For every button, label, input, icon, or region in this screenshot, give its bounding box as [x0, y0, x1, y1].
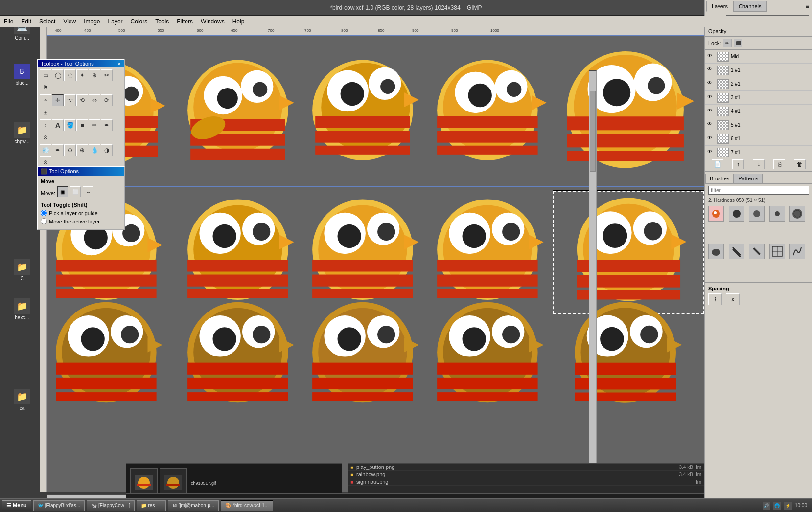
taskbar-item-gimp[interactable]: 🎨 *bird-cow.xcf-1...: [221, 500, 273, 511]
brush-filter-input[interactable]: [708, 186, 809, 195]
tool-ellipse-select[interactable]: ◯: [52, 69, 64, 81]
file-list-item-1[interactable]: ■ play_button.png 3.4 kB Im: [348, 464, 704, 471]
layer-duplicate-button[interactable]: ⎘: [773, 159, 785, 169]
tool-text[interactable]: A: [52, 119, 64, 131]
layer-visibility-7[interactable]: 👁: [707, 149, 715, 156]
file-list-item-2[interactable]: ■ rainbow.png 3.4 kB Im: [348, 471, 704, 478]
tool-clone[interactable]: ⊕: [76, 144, 88, 156]
brush-item-6[interactable]: [708, 244, 724, 259]
menu-filters[interactable]: Filters: [173, 17, 197, 26]
tool-align[interactable]: ⌖: [40, 94, 51, 106]
tray-icon-2[interactable]: 🌐: [773, 502, 781, 510]
menu-colors[interactable]: Colors: [127, 17, 152, 26]
pick-layer-radio-input[interactable]: [41, 210, 47, 216]
canvas-area[interactable]: [47, 35, 704, 492]
layer-raise-button[interactable]: ↑: [732, 159, 744, 169]
layer-visibility-3[interactable]: 👁: [707, 94, 715, 102]
layer-visibility-6[interactable]: 👁: [707, 135, 715, 143]
file-list-item-3[interactable]: ■ signinout.png Im: [348, 478, 704, 486]
scrollbar-vertical-thumb[interactable]: [590, 91, 596, 172]
layer-delete-button[interactable]: 🗑: [794, 159, 806, 169]
layer-item-7[interactable]: 👁 7 #1: [705, 146, 812, 157]
brush-item-7[interactable]: [729, 244, 744, 259]
layer-item-4[interactable]: 👁 4 #1: [705, 105, 812, 118]
layer-visibility-1[interactable]: 👁: [707, 67, 715, 74]
tool-free-select[interactable]: ◌: [64, 69, 76, 81]
menu-image[interactable]: Image: [80, 17, 104, 26]
tool-iscissors[interactable]: ✂: [101, 69, 113, 81]
move-selection-icon[interactable]: ⬜: [70, 186, 81, 197]
tool-smudge[interactable]: 💧: [89, 144, 100, 156]
tool-rect-select[interactable]: ▭: [40, 69, 51, 81]
layer-item-mid[interactable]: 👁 Mid: [705, 50, 812, 64]
brush-item-10[interactable]: [789, 244, 805, 259]
brush-item-8[interactable]: [749, 244, 765, 259]
desktop-icon-hexc[interactable]: 📁 hexc...: [10, 298, 34, 320]
desktop-icon-ca[interactable]: 📁 ca: [10, 389, 34, 411]
menu-select[interactable]: Select: [35, 17, 59, 26]
brush-item-9[interactable]: [769, 244, 785, 259]
menu-help[interactable]: Help: [229, 17, 249, 26]
tool-rotate[interactable]: ⟲: [76, 94, 88, 106]
tool-paintbrush[interactable]: ✒: [101, 119, 113, 131]
brush-item-1[interactable]: [708, 206, 724, 222]
scrollbar-vertical[interactable]: [589, 70, 597, 475]
tray-icon-3[interactable]: ⚡: [784, 502, 792, 510]
menu-layer[interactable]: Layer: [104, 17, 127, 26]
tool-flip[interactable]: ↕: [40, 119, 51, 131]
layer-lower-button[interactable]: ↓: [753, 159, 765, 169]
tool-foreground-select[interactable]: ⚑: [40, 82, 51, 93]
tray-icon-1[interactable]: 🔊: [763, 502, 770, 510]
menu-edit[interactable]: Edit: [17, 17, 35, 26]
menu-file[interactable]: File: [0, 17, 17, 26]
desktop-icon-c[interactable]: 📁 C: [10, 259, 34, 281]
layer-list[interactable]: 👁 Mid 👁 1 #1 👁 2 #1 👁 3 #1 👁 4 #1 👁: [705, 50, 812, 157]
tool-perspective[interactable]: ⊞: [40, 107, 51, 118]
taskbar-item-terminal[interactable]: 🖥 [jmj@mabon-p...: [168, 500, 219, 511]
tool-fuzzy-select[interactable]: ✦: [76, 69, 88, 81]
toolbox-close-button[interactable]: ×: [118, 61, 121, 67]
tool-blend[interactable]: ■: [76, 119, 88, 131]
menu-view[interactable]: View: [59, 17, 80, 26]
tool-heal[interactable]: ⊙: [64, 144, 76, 156]
layer-item-1[interactable]: 👁 1 #1: [705, 64, 812, 77]
layers-menu-icon[interactable]: ≡: [804, 2, 811, 11]
brush-item-4[interactable]: [769, 206, 785, 222]
taskbar-item-flappycow[interactable]: 🐄 [FlappyCow - [: [87, 500, 134, 511]
lock-pixels-icon[interactable]: ✏: [723, 39, 732, 47]
tool-airbrush[interactable]: 💨: [40, 144, 51, 156]
tool-scale[interactable]: ⇔: [89, 94, 100, 106]
layer-item-2[interactable]: 👁 2 #1: [705, 77, 812, 91]
layer-new-button[interactable]: 📄: [712, 159, 723, 169]
tool-crop[interactable]: ⌥: [64, 94, 76, 106]
tool-shear[interactable]: ⟳: [101, 94, 113, 106]
desktop-icon-chpw[interactable]: 📁 chpw...: [10, 122, 34, 144]
tool-eraser[interactable]: ⊘: [40, 132, 51, 143]
layer-item-3[interactable]: 👁 3 #1: [705, 91, 812, 105]
tool-bucket-fill[interactable]: 🪣: [64, 119, 76, 131]
spacing-icon-1[interactable]: ⌇: [708, 293, 722, 305]
spacing-icon-2[interactable]: ♬: [726, 293, 740, 305]
start-button[interactable]: ☰ Menu: [2, 500, 31, 511]
layer-visibility-2[interactable]: 👁: [707, 80, 715, 88]
tab-patterns[interactable]: Patterns: [734, 174, 763, 183]
tab-brushes[interactable]: Brushes: [705, 174, 734, 183]
menu-windows[interactable]: Windows: [197, 17, 229, 26]
desktop-icon-bluetooth[interactable]: B blue...: [10, 64, 34, 86]
move-active-radio-input[interactable]: [41, 218, 47, 224]
brush-item-3[interactable]: [749, 206, 765, 222]
tool-pencil[interactable]: ✏: [89, 119, 100, 131]
lock-alpha-icon[interactable]: ⬛: [734, 39, 742, 47]
taskbar-item-res[interactable]: 📁 res: [137, 500, 166, 511]
tool-dodge-burn[interactable]: ◑: [101, 144, 113, 156]
layer-visibility-4[interactable]: 👁: [707, 108, 715, 115]
layer-visibility-mid[interactable]: 👁: [707, 53, 715, 61]
taskbar-item-flappybird[interactable]: 🐦 [FlappyBird/as...: [33, 500, 85, 511]
move-layer-icon[interactable]: ▣: [57, 186, 68, 197]
move-guide-icon[interactable]: ↔: [83, 186, 93, 197]
brush-item-2[interactable]: [729, 206, 744, 222]
tool-move[interactable]: ✛: [52, 94, 64, 106]
layer-item-5[interactable]: 👁 5 #1: [705, 118, 812, 132]
tab-channels[interactable]: Channels: [733, 1, 766, 12]
layer-visibility-5[interactable]: 👁: [707, 121, 715, 129]
